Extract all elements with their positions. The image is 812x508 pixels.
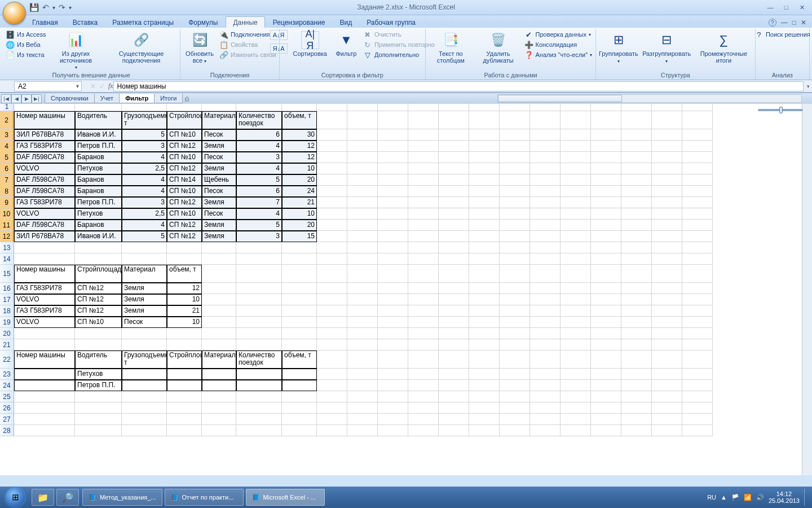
- cell-E28[interactable]: [202, 425, 236, 436]
- cell-Q1[interactable]: [591, 103, 621, 111]
- cell-H12[interactable]: [317, 231, 347, 242]
- connections-button[interactable]: 🔌Подключения: [219, 30, 276, 39]
- cell-E23[interactable]: [202, 369, 236, 380]
- cell-H7[interactable]: [317, 174, 347, 186]
- cell-S9[interactable]: [652, 197, 682, 208]
- cell-O10[interactable]: [530, 208, 561, 220]
- cell-S26[interactable]: [652, 402, 682, 414]
- cell-P26[interactable]: [561, 402, 591, 414]
- cell-D11[interactable]: СП №12: [167, 220, 202, 231]
- cell-M16[interactable]: [469, 283, 500, 294]
- cell-K4[interactable]: [408, 141, 439, 152]
- cell-O16[interactable]: [530, 283, 561, 294]
- cell-O8[interactable]: [530, 186, 561, 197]
- cell-L4[interactable]: [439, 141, 469, 152]
- cell-C19[interactable]: Песок: [122, 317, 167, 328]
- cell-Q15[interactable]: [591, 265, 621, 283]
- cell-E19[interactable]: [202, 317, 236, 328]
- cell-T14[interactable]: [682, 253, 713, 265]
- cell-C1[interactable]: [122, 103, 167, 111]
- cell-D7[interactable]: СП №14: [167, 174, 202, 186]
- row-header-6[interactable]: 6: [0, 163, 14, 174]
- cell-D16[interactable]: 12: [167, 283, 202, 294]
- cell-C20[interactable]: [122, 328, 167, 339]
- cell-N24[interactable]: [500, 380, 530, 391]
- cell-I25[interactable]: [347, 391, 378, 402]
- cell-P4[interactable]: [561, 141, 591, 152]
- cell-G15[interactable]: [282, 265, 317, 283]
- cell-K7[interactable]: [408, 174, 439, 186]
- cell-E10[interactable]: Песок: [202, 208, 236, 220]
- cell-M8[interactable]: [469, 186, 500, 197]
- cell-B13[interactable]: [75, 242, 122, 253]
- cell-G12[interactable]: 15: [282, 231, 317, 242]
- cell-B4[interactable]: Петров П.П.: [75, 141, 122, 152]
- cell-D15[interactable]: объем, т: [167, 265, 202, 283]
- row-header-21[interactable]: 21: [0, 339, 14, 351]
- cell-B9[interactable]: Петров П.П.: [75, 197, 122, 208]
- cell-M4[interactable]: [469, 141, 500, 152]
- cell-C13[interactable]: [122, 242, 167, 253]
- group-button[interactable]: ⊞Группировать ▾: [598, 30, 639, 65]
- cell-K13[interactable]: [408, 242, 439, 253]
- cell-A16[interactable]: ГАЗ Г583РИ78: [14, 283, 75, 294]
- cell-B22[interactable]: Водитель: [75, 351, 122, 369]
- cell-L10[interactable]: [439, 208, 469, 220]
- cell-A13[interactable]: [14, 242, 75, 253]
- cell-C15[interactable]: Материал: [122, 265, 167, 283]
- cell-I6[interactable]: [347, 163, 378, 174]
- cell-L2[interactable]: [439, 111, 469, 129]
- cell-E4[interactable]: Земля: [202, 141, 236, 152]
- cell-B3[interactable]: Иванов И.И.: [75, 129, 122, 141]
- cell-M28[interactable]: [469, 425, 500, 436]
- cell-P9[interactable]: [561, 197, 591, 208]
- cell-C23[interactable]: [122, 369, 167, 380]
- cell-Q18[interactable]: [591, 305, 621, 317]
- tab-formulas[interactable]: Формулы: [182, 17, 224, 28]
- cell-C4[interactable]: 3: [122, 141, 167, 152]
- cell-N16[interactable]: [500, 283, 530, 294]
- cell-H15[interactable]: [317, 265, 347, 283]
- cell-P27[interactable]: [561, 414, 591, 425]
- cell-K17[interactable]: [408, 294, 439, 305]
- cell-L1[interactable]: [439, 103, 469, 111]
- cell-E6[interactable]: Земля: [202, 163, 236, 174]
- cell-T28[interactable]: [682, 425, 713, 436]
- cell-I2[interactable]: [347, 111, 378, 129]
- cell-R3[interactable]: [621, 129, 652, 141]
- cell-N26[interactable]: [500, 402, 530, 414]
- cell-A14[interactable]: [14, 253, 75, 265]
- cell-J24[interactable]: [378, 380, 408, 391]
- cell-S11[interactable]: [652, 220, 682, 231]
- cell-R18[interactable]: [621, 305, 652, 317]
- cell-G5[interactable]: 12: [282, 152, 317, 163]
- cell-R23[interactable]: [621, 369, 652, 380]
- cell-G16[interactable]: [282, 283, 317, 294]
- cell-J17[interactable]: [378, 294, 408, 305]
- tab-home[interactable]: Главная: [25, 17, 65, 28]
- cell-B1[interactable]: [75, 103, 122, 111]
- cell-F11[interactable]: 5: [236, 220, 282, 231]
- cell-F15[interactable]: [236, 265, 282, 283]
- cell-E3[interactable]: Песок: [202, 129, 236, 141]
- lang-indicator[interactable]: RU: [707, 494, 716, 501]
- clock[interactable]: 14:1225.04.2013: [769, 491, 800, 504]
- row-header-27[interactable]: 27: [0, 414, 14, 425]
- cell-B26[interactable]: [75, 402, 122, 414]
- cell-B15[interactable]: Стройплощадка: [75, 265, 122, 283]
- cell-O28[interactable]: [530, 425, 561, 436]
- cell-H26[interactable]: [317, 402, 347, 414]
- cell-S19[interactable]: [652, 317, 682, 328]
- cell-Q10[interactable]: [591, 208, 621, 220]
- cell-K5[interactable]: [408, 152, 439, 163]
- cell-E17[interactable]: [202, 294, 236, 305]
- cell-R2[interactable]: [621, 111, 652, 129]
- cell-H5[interactable]: [317, 152, 347, 163]
- vertical-scrollbar[interactable]: [802, 103, 812, 475]
- cell-P25[interactable]: [561, 391, 591, 402]
- cell-R1[interactable]: [621, 103, 652, 111]
- cell-K21[interactable]: [408, 339, 439, 351]
- refresh-all-button[interactable]: 🔄Обновить все ▾: [183, 30, 216, 65]
- row-header-12[interactable]: 12: [0, 231, 14, 242]
- cell-L23[interactable]: [439, 369, 469, 380]
